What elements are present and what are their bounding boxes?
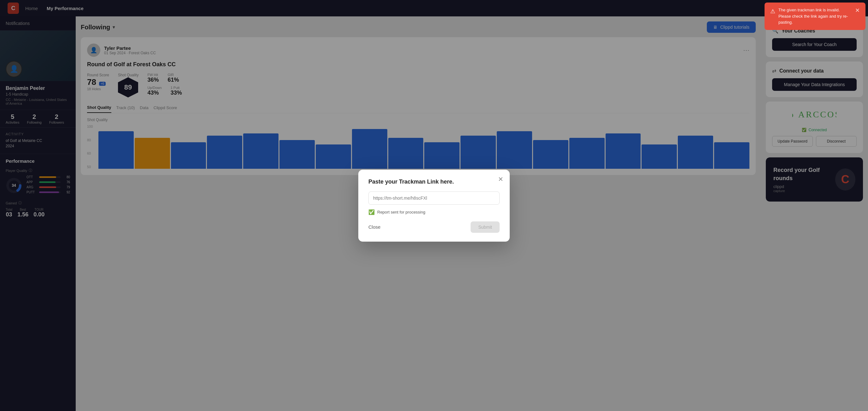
modal-success-text: Report sent for processing [377,210,425,215]
toast-message: The given trackman link is invalid. Plea… [778,7,852,26]
trackman-modal: Paste your Trackman Link here. ✕ ✅ Repor… [358,170,510,242]
trackman-link-input[interactable] [368,191,500,205]
modal-overlay[interactable]: Paste your Trackman Link here. ✕ ✅ Repor… [0,0,868,411]
error-toast: ⚠ The given trackman link is invalid. Pl… [765,2,866,30]
success-icon: ✅ [368,209,375,215]
modal-close-button[interactable]: Close [368,224,380,230]
toast-close-button[interactable]: ✕ [855,7,860,14]
modal-close-icon-button[interactable]: ✕ [498,176,503,183]
modal-submit-button[interactable]: Submit [471,221,500,233]
modal-title: Paste your Trackman Link here. [368,179,500,185]
modal-actions: Close Submit [368,221,500,233]
modal-success-message: ✅ Report sent for processing [368,209,500,215]
warning-icon: ⚠ [770,7,775,16]
